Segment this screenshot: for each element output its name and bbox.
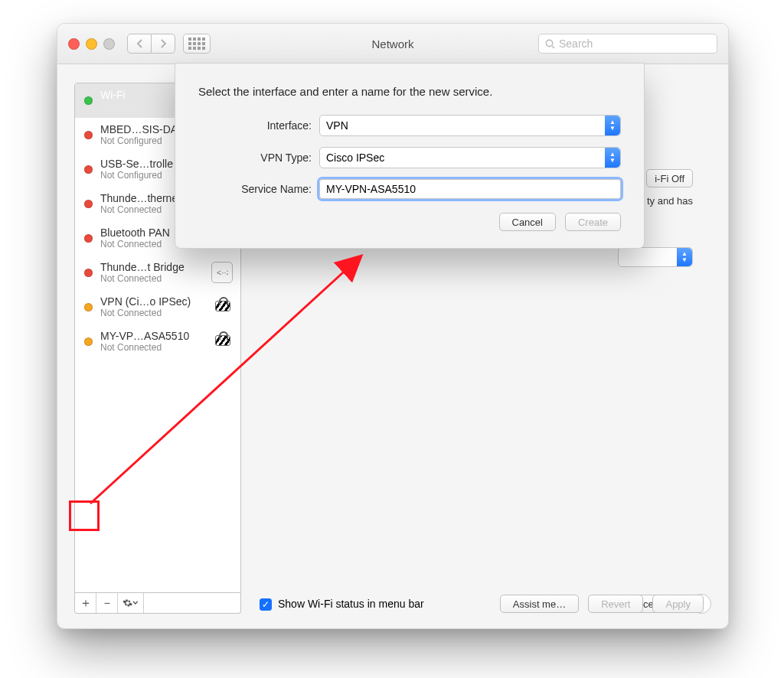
stepper-icon: ▲▼ [605,148,620,168]
back-button[interactable] [127,34,152,54]
show-status-label: Show Wi-Fi status in menu bar [278,598,424,610]
service-name: MY-VP…ASA5510 [100,330,211,342]
service-status: Not Connected [100,273,211,284]
service-actions-menu[interactable] [118,593,144,613]
titlebar: Network Search [57,24,728,64]
assist-me-button[interactable]: Assist me… [500,595,579,613]
service-row[interactable]: VPN (Ci…o IPSec)Not Connected [75,290,240,324]
chevron-right-icon [160,39,167,48]
vpn-type-select[interactable]: Cisco IPSec ▲▼ [319,147,621,168]
chevron-down-icon [132,601,139,605]
service-name: VPN (Ci…o IPSec) [100,295,211,308]
status-fragment: ty and has [647,195,693,207]
create-button[interactable]: Create [565,213,621,231]
nav-buttons [127,34,175,54]
svg-text:<··>: <··> [217,268,228,277]
status-dot-icon [84,96,93,105]
service-name-label: Service Name: [198,183,312,195]
search-placeholder: Search [559,37,593,50]
stepper-icon: ▲▼ [605,116,620,135]
status-dot-icon [84,337,93,346]
stepper-icon: ▲▼ [677,248,692,266]
vpn-type-label: VPN Type: [198,152,312,164]
remove-service-button[interactable]: － [96,593,118,613]
service-status: Not Connected [100,308,211,318]
turn-wifi-off-button[interactable]: i-Fi Off [646,169,693,187]
status-dot-icon [84,269,93,277]
interface-value: VPN [326,119,348,132]
revert-button[interactable]: Revert [588,595,643,613]
interface-select[interactable]: VPN ▲▼ [319,115,621,136]
status-dot-icon [84,200,93,208]
svg-point-0 [546,40,552,46]
window-action-row: Assist me… Revert Apply [500,595,704,613]
thunderbolt-icon: <··> [211,262,233,283]
lock-icon [211,299,233,315]
service-name-input[interactable] [319,179,621,199]
service-row[interactable]: Thunde…t BridgeNot Connected<··> [75,256,240,290]
show-status-checkbox[interactable] [260,598,272,611]
service-name: Thunde…t Bridge [100,261,211,273]
network-name-popup[interactable]: ▲▼ [618,247,693,267]
status-dot-icon [84,131,93,139]
show-all-button[interactable] [183,34,211,54]
service-row[interactable]: MY-VP…ASA5510Not Connected [75,324,240,359]
status-dot-icon [84,303,93,311]
vpn-type-value: Cisco IPSec [326,152,384,164]
lock-icon [211,334,233,349]
search-icon [545,39,555,49]
minimize-window-button[interactable] [86,38,97,50]
status-dot-icon [84,234,93,243]
chevron-left-icon [136,39,143,48]
service-list-footer: ＋ － [74,593,241,614]
sheet-heading: Select the interface and enter a name fo… [198,85,621,98]
cancel-button[interactable]: Cancel [499,213,556,231]
svg-line-1 [552,46,554,48]
apply-button[interactable]: Apply [652,595,704,613]
zoom-window-button[interactable] [103,38,115,50]
interface-label: Interface: [198,119,312,132]
status-dot-icon [84,165,93,174]
gear-icon [122,598,132,608]
search-field[interactable]: Search [538,34,717,54]
service-status: Not Connected [100,342,211,353]
window-controls [68,38,115,50]
add-service-button[interactable]: ＋ [75,593,96,613]
forward-button[interactable] [151,34,175,54]
close-window-button[interactable] [68,38,80,50]
new-service-sheet: Select the interface and enter a name fo… [175,63,645,249]
